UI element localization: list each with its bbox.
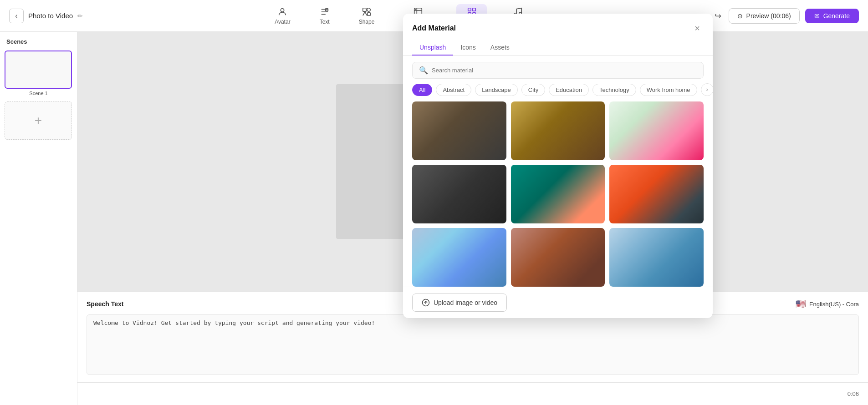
filter-city[interactable]: City	[521, 84, 545, 96]
tab-assets[interactable]: Assets	[483, 40, 517, 56]
image-item-aerial[interactable]	[511, 165, 605, 223]
image-item-blue-mountains[interactable]	[609, 228, 704, 287]
search-box: 🔍	[412, 62, 704, 79]
filter-abstract[interactable]: Abstract	[436, 84, 471, 96]
search-row: 🔍	[403, 56, 713, 83]
upload-icon	[422, 299, 430, 307]
image-grid	[403, 101, 713, 287]
modal-header: Add Material ×	[403, 14, 713, 35]
add-material-modal: Add Material × Unsplash Icons Assets 🔍 A…	[403, 14, 713, 318]
filters-row: All Abstract Landscape City Education Te…	[403, 83, 713, 101]
search-icon: 🔍	[419, 66, 428, 75]
filter-work-from-home[interactable]: Work from home	[640, 84, 697, 96]
modal-title: Add Material	[412, 24, 456, 32]
modal-overlay: Add Material × Unsplash Icons Assets 🔍 A…	[0, 0, 868, 405]
image-item-forest[interactable]	[511, 101, 605, 160]
image-item-sunset[interactable]	[609, 165, 704, 223]
image-item-station[interactable]	[412, 165, 506, 223]
image-item-canyon[interactable]	[511, 228, 605, 287]
image-item-tent[interactable]	[412, 101, 506, 160]
main-layout: Scenes Scene 1 + ⌄ Speech Tex	[0, 32, 868, 405]
tab-unsplash[interactable]: Unsplash	[412, 40, 453, 56]
search-input[interactable]	[432, 67, 697, 74]
filter-technology[interactable]: Technology	[592, 84, 636, 96]
modal-close-button[interactable]: ×	[691, 22, 704, 35]
filter-landscape[interactable]: Landscape	[475, 84, 518, 96]
upload-label: Upload image or video	[434, 299, 497, 306]
filter-all[interactable]: All	[412, 84, 432, 96]
filter-education[interactable]: Education	[549, 84, 589, 96]
tab-icons[interactable]: Icons	[453, 40, 483, 56]
image-item-flowers[interactable]	[609, 101, 704, 160]
modal-footer: Upload image or video	[403, 287, 713, 318]
modal-tabs: Unsplash Icons Assets	[403, 35, 713, 56]
image-item-mountains[interactable]	[412, 228, 506, 287]
upload-button[interactable]: Upload image or video	[412, 294, 507, 312]
filters-chevron-right[interactable]: ›	[701, 83, 713, 96]
